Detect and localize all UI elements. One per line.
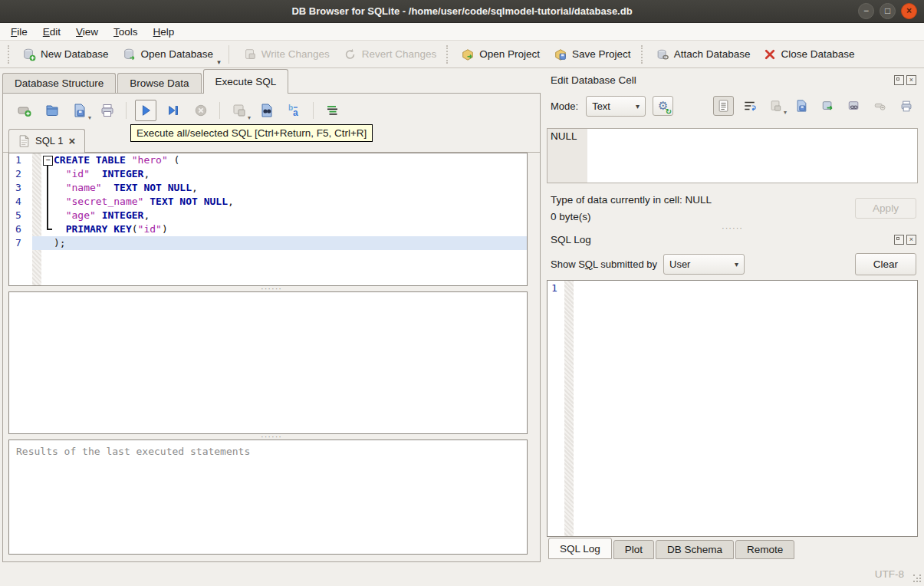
format-sql-icon [325,103,340,118]
word-wrap-button[interactable] [739,96,760,116]
splitter-handle[interactable] [3,286,540,291]
save-project-button[interactable]: Save Project [547,44,638,64]
import-cell-button[interactable]: ▾ [765,96,786,116]
print-sql-button[interactable] [97,100,118,121]
write-changes-button[interactable]: Write Changes [236,44,337,64]
sql-log-filter-row: Show SQL submitted by User ▾ Clear [547,252,918,275]
code-line[interactable]: 3 "name" TEXT NOT NULL, [9,181,527,195]
text-mode-button[interactable] [713,96,734,116]
tab-remote[interactable]: Remote [735,540,794,559]
close-database-button[interactable]: Close Database [757,45,861,64]
save-results-caret-icon[interactable]: ▾ [248,114,251,121]
sql-toolbar-separator [126,102,127,119]
fold-marker-icon[interactable] [41,153,54,167]
mode-select[interactable]: Text ▾ [586,96,646,117]
sql-doc-tab-label: SQL 1 [35,135,63,146]
find-button[interactable] [256,100,278,121]
menu-file[interactable]: File [3,25,35,39]
open-database-label: Open Database [141,48,214,60]
toolbar-handle [8,45,12,64]
token-pl [96,209,102,221]
apply-button[interactable]: Apply [855,198,916,219]
set-null-button[interactable] [870,96,890,116]
code-line[interactable]: 1CREATE TABLE "hero" ( [9,153,527,167]
splitter-handle[interactable] [3,434,540,440]
resize-grip-icon[interactable] [913,574,921,582]
new-database-button[interactable]: New Database [15,44,116,64]
code-line[interactable]: 5 "age" INTEGER, [9,209,527,222]
close-panel-icon[interactable]: × [906,75,916,85]
copy-link-button[interactable] [843,96,864,116]
execute-all-button[interactable] [135,100,156,121]
tab-db-schema[interactable]: DB Schema [656,540,734,559]
results-messages[interactable]: Results of the last executed statements [8,440,528,555]
close-database-label: Close Database [781,48,854,60]
menu-tools[interactable]: Tools [106,25,146,39]
replace-button[interactable]: ba [284,100,305,121]
close-button[interactable]: × [901,3,917,19]
sql-editor[interactable]: 1CREATE TABLE "hero" (2 "id" INTEGER,3 "… [8,153,528,286]
save-sql-file-button[interactable]: ▾ [69,100,90,121]
tab-sql-log[interactable]: SQL Log [548,538,612,559]
new-sql-tab-button[interactable] [14,100,35,121]
attach-database-button[interactable]: Attach Database [649,44,758,64]
log-line-number: 1 [551,282,557,294]
save-sql-caret-icon[interactable]: ▾ [88,114,91,121]
open-database-button[interactable]: Open Database [116,44,221,64]
code-line[interactable]: 7); [9,236,527,250]
close-panel-icon[interactable]: × [906,235,916,245]
tab-plot[interactable]: Plot [613,540,654,559]
attach-database-icon [656,48,669,61]
clear-log-button[interactable]: Clear [855,253,916,275]
code-line[interactable]: 2 "id" INTEGER, [9,167,527,181]
tab-execute-sql[interactable]: Execute SQL [203,69,289,94]
token-pl: ) [162,223,168,235]
menu-help[interactable]: Help [146,25,182,39]
print-cell-button[interactable] [896,96,916,116]
tab-database-structure[interactable]: Database Structure [2,73,116,94]
menu-edit[interactable]: Edit [35,25,68,39]
cell-editor[interactable]: NULL [547,128,918,183]
export-cell-button[interactable] [791,96,812,116]
maximize-button[interactable]: □ [880,3,896,19]
cell-mode-row: Mode: Text ▾ ⚙ ↻ ▾ [547,93,918,119]
token-kw: INTEGER [102,168,144,179]
revert-changes-button[interactable]: Revert Changes [337,44,444,64]
cell-edit-icons: ▾ [713,96,918,116]
tab-browse-data[interactable]: Browse Data [117,73,201,94]
float-panel-icon[interactable] [894,75,904,85]
open-database-caret-icon[interactable]: ▾ [217,58,221,66]
open-in-app-button[interactable] [817,96,838,116]
open-project-button[interactable]: Open Project [454,44,547,64]
print-icon [100,103,115,118]
sql-log-view[interactable]: 1 [547,280,918,537]
splitter-handle[interactable] [547,226,918,231]
execute-line-button[interactable] [163,100,184,121]
save-results-button[interactable]: ▾ [229,100,250,121]
code-line[interactable]: 4 "secret_name" TEXT NOT NULL, [9,195,527,209]
token-kw: PRIMARY KEY [66,223,132,235]
code-line[interactable]: 6 PRIMARY KEY("id") [9,222,527,236]
encoding-indicator[interactable]: UTF-8 [875,568,904,580]
token-id: "secret_name" [66,196,144,207]
results-grid[interactable] [8,291,528,434]
log-source-select[interactable]: User ▾ [663,254,745,275]
sql-doc-tab[interactable]: SQL 1 × [8,129,85,153]
import-caret-icon[interactable]: ▾ [784,109,787,116]
format-sql-button[interactable] [322,100,344,121]
write-changes-label: Write Changes [261,48,330,60]
minimize-button[interactable]: − [858,3,874,19]
edit-cell-header: Edit Database Cell × [547,71,918,88]
menu-view[interactable]: View [68,25,106,39]
text-document-icon [718,100,729,112]
sql-toolbar-separator [219,102,221,119]
fold-margin-cell [32,153,41,167]
open-sql-file-icon [44,103,60,118]
float-panel-icon[interactable] [894,235,904,245]
open-sql-file-button[interactable] [41,100,63,121]
token-pl: , [143,209,150,221]
stop-button[interactable] [190,100,212,121]
auto-switch-mode-button[interactable]: ⚙ ↻ [653,96,673,116]
fold-margin-cell [32,195,41,209]
sql-doc-tab-close-icon[interactable]: × [68,137,75,146]
